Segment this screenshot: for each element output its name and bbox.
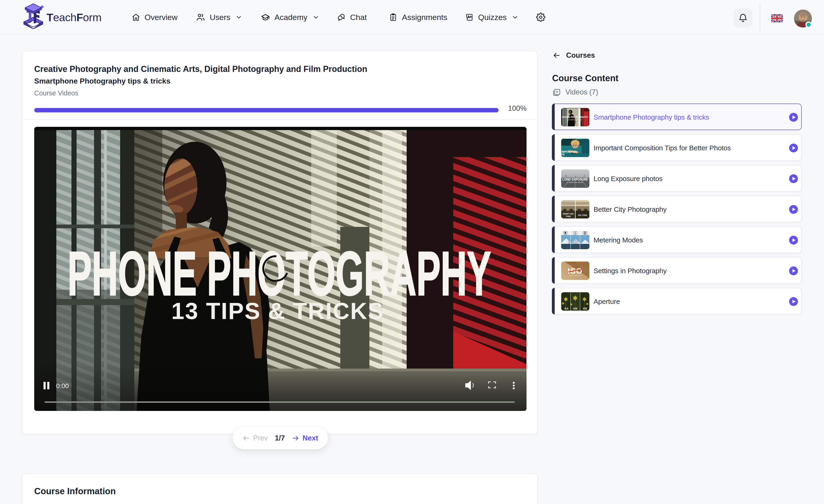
svg-text:spot: spot	[574, 234, 576, 235]
svg-text:13 TIPS & TRICKS: 13 TIPS & TRICKS	[171, 298, 383, 324]
svg-text:0:00: 0:00	[56, 382, 69, 389]
svg-text:6 CREATIVE IDEAS: 6 CREATIVE IDEAS	[567, 182, 583, 183]
svg-text:THIS: THIS	[565, 215, 571, 218]
svg-text:matrix: matrix	[564, 234, 567, 235]
svg-text:f/16: f/16	[573, 307, 578, 310]
svg-text:OMPOSITION: OMPOSITION	[561, 150, 577, 153]
svg-text:LONG EXPOSURE: LONG EXPOSURE	[562, 177, 588, 181]
svg-text:center: center	[584, 234, 587, 235]
svg-text:DO THIS: DO THIS	[578, 214, 587, 216]
svg-text:13 TIPS & TRICKS: 13 TIPS & TRICKS	[568, 119, 582, 121]
svg-text:does not create noise: does not create noise	[569, 275, 582, 276]
svg-text:/5.6: /5.6	[564, 307, 569, 310]
svg-text:IPS: IPS	[561, 153, 565, 156]
svg-text:DON'T DO: DON'T DO	[563, 213, 574, 215]
svg-text:PHONE PHOTOGRAPHY: PHONE PHOTOGRAPHY	[562, 116, 589, 118]
svg-text:f/32: f/32	[583, 307, 587, 310]
